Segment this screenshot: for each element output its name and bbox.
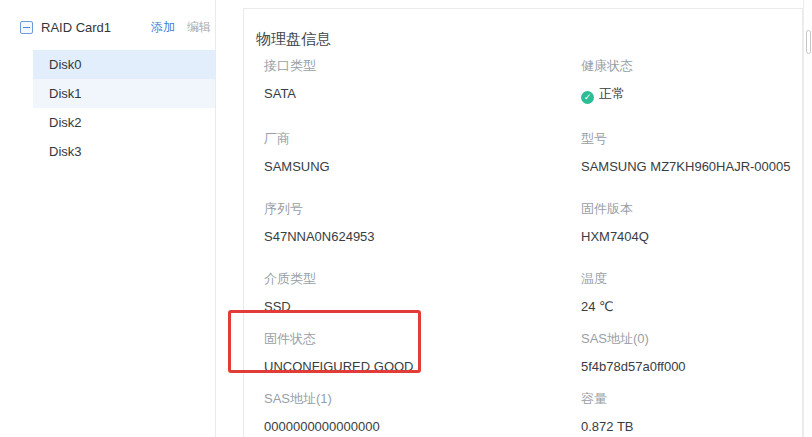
field-label: 固件状态 — [264, 331, 581, 346]
raid-tree-sidebar: RAID Card1 添加 编辑 Disk0 Disk1 Disk2 Disk3 — [0, 0, 216, 437]
tree-node-raid-card: RAID Card1 添加 编辑 — [0, 16, 215, 38]
field-interface-type: 接口类型 SATA — [264, 58, 581, 104]
field-temperature: 温度 24 ℃ — [581, 271, 802, 314]
field-value: SAMSUNG — [264, 159, 581, 174]
field-label: 温度 — [581, 271, 802, 286]
field-label: 介质类型 — [264, 271, 581, 286]
field-label: 序列号 — [264, 201, 581, 216]
sidebar-item-disk2[interactable]: Disk2 — [33, 108, 215, 137]
field-value: S47NNA0N624953 — [264, 229, 581, 244]
field-value: SAMSUNG MZ7KH960HAJR-00005 — [581, 159, 802, 174]
field-value: 0.872 TB — [581, 419, 802, 434]
field-media-type: 介质类型 SSD — [264, 271, 581, 314]
field-label: SAS地址(1) — [264, 391, 581, 406]
field-value: 24 ℃ — [581, 299, 802, 314]
field-value: 0000000000000000 — [264, 419, 581, 434]
sidebar-item-disk0[interactable]: Disk0 — [33, 50, 215, 79]
field-value: 5f4b78d57a0ff000 — [581, 359, 802, 374]
field-value: HXM7404Q — [581, 229, 802, 244]
field-value: SATA — [264, 86, 581, 101]
vertical-scrollbar[interactable] — [803, 0, 812, 437]
field-value: SSD — [264, 299, 581, 314]
disk-list: Disk0 Disk1 Disk2 Disk3 — [0, 50, 215, 166]
field-label: 厂商 — [264, 131, 581, 146]
add-link[interactable]: 添加 — [151, 19, 175, 36]
health-status-text: 正常 — [599, 86, 625, 101]
scrollbar-thumb[interactable] — [806, 30, 811, 54]
field-vendor: 厂商 SAMSUNG — [264, 131, 581, 174]
page-title: 物理盘信息 — [256, 30, 802, 49]
field-label: SAS地址(0) — [581, 331, 802, 346]
field-health-status: 健康状态 ✓正常 — [581, 58, 802, 104]
raid-card-label: RAID Card1 — [41, 20, 151, 35]
field-label: 接口类型 — [264, 58, 581, 73]
edit-link[interactable]: 编辑 — [187, 19, 211, 36]
field-firmware-status: 固件状态 UNCONFIGURED GOOD — [264, 331, 581, 374]
field-grid: 接口类型 SATA 健康状态 ✓正常 厂商 SAMSUNG 型号 SAMSUNG… — [264, 58, 802, 434]
field-label: 固件版本 — [581, 201, 802, 216]
field-label: 容量 — [581, 391, 802, 406]
field-firmware-version: 固件版本 HXM7404Q — [581, 201, 802, 244]
field-serial-number: 序列号 S47NNA0N624953 — [264, 201, 581, 244]
field-value: UNCONFIGURED GOOD — [264, 359, 581, 374]
field-model: 型号 SAMSUNG MZ7KH960HAJR-00005 — [581, 131, 802, 174]
field-value: ✓正常 — [581, 86, 802, 104]
field-label: 型号 — [581, 131, 802, 146]
field-sas-address-0: SAS地址(0) 5f4b78d57a0ff000 — [581, 331, 802, 374]
field-sas-address-1: SAS地址(1) 0000000000000000 — [264, 391, 581, 434]
sidebar-item-disk1[interactable]: Disk1 — [33, 79, 215, 108]
check-circle-icon: ✓ — [581, 91, 594, 104]
field-label: 健康状态 — [581, 58, 802, 73]
physical-disk-info-panel: 物理盘信息 接口类型 SATA 健康状态 ✓正常 厂商 SAMSUNG 型号 S… — [243, 8, 803, 437]
sidebar-item-disk3[interactable]: Disk3 — [33, 137, 215, 166]
field-capacity: 容量 0.872 TB — [581, 391, 802, 434]
collapse-minus-icon[interactable] — [20, 21, 33, 34]
